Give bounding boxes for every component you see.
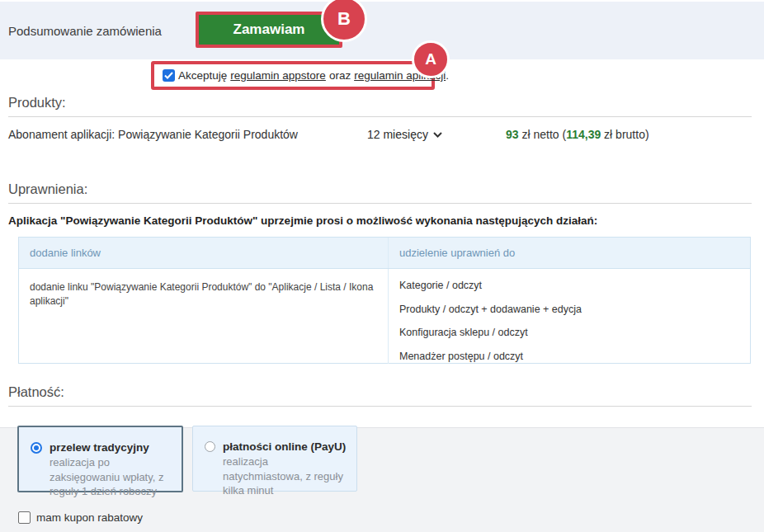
price-net-label: zł netto ( xyxy=(519,128,567,141)
permissions-heading: Uprawnienia: xyxy=(8,181,752,204)
grant-item: Konfiguracja sklepu / odczyt xyxy=(399,327,739,338)
payment-option-bank-transfer[interactable]: przelew tradycyjny realizacja po zaksięg… xyxy=(17,426,183,492)
payment-option-description: realizacja natychmiastowa, z reguły kilk… xyxy=(223,454,347,498)
annotation-box-a: Akceptuję regulamin appstore oraz regula… xyxy=(151,61,435,90)
links-cell: dodanie linku "Powiązywanie Kategorii Pr… xyxy=(19,269,389,364)
payment-option-online-payu[interactable]: płatności online (PayU) realizacja natyc… xyxy=(192,426,357,492)
permissions-table-header: dodanie linków udzielenie uprawnień do xyxy=(19,238,750,269)
chevron-down-icon xyxy=(433,132,442,138)
terms-text-conjunction: oraz xyxy=(329,69,351,82)
column-header-links: dodanie linków xyxy=(19,238,389,268)
payment-option-title: płatności online (PayU) xyxy=(223,440,347,453)
grant-item: Kategorie / odczyt xyxy=(399,280,739,291)
terms-checkbox[interactable] xyxy=(163,69,175,82)
appstore-terms-link[interactable]: regulamin appstore xyxy=(230,69,326,82)
terms-text-prefix: Akceptuję xyxy=(178,69,227,82)
payment-heading: Płatność: xyxy=(8,384,752,407)
permissions-table: dodanie linków udzielenie uprawnień do d… xyxy=(18,237,751,364)
product-name: Abonament aplikacji: Powiązywanie Katego… xyxy=(8,128,298,141)
permissions-description: Aplikacja "Powiązywanie Kategorii Produk… xyxy=(8,214,752,227)
terms-text-suffix: . xyxy=(446,69,449,82)
topbar: Podsumowanie zamówienia xyxy=(0,2,764,59)
price-gross-amount: 114,39 xyxy=(566,128,601,141)
payment-option-title: przelew tradycyjny xyxy=(50,441,173,454)
coupon-label: mam kupon rabatowy xyxy=(36,511,143,524)
order-button[interactable]: Zamawiam xyxy=(199,15,339,45)
annotation-marker-a: A xyxy=(412,40,450,78)
subscription-duration-select[interactable]: 12 miesięcy xyxy=(367,128,442,141)
page-title: Podsumowanie zamówienia xyxy=(8,24,162,38)
coupon-row: mam kupon rabatowy xyxy=(18,511,143,524)
coupon-checkbox[interactable] xyxy=(18,511,31,524)
grants-cell: Kategorie / odczyt Produkty / odczyt + d… xyxy=(389,269,750,364)
price-gross-label: zł brutto) xyxy=(601,128,648,141)
grant-item: Menadżer postępu / odczyt xyxy=(399,351,739,362)
annotation-letter-a: A xyxy=(425,50,436,68)
subscription-duration-value: 12 miesięcy xyxy=(367,128,428,141)
payment-option-description: realizacja po zaksięgowaniu wpłaty, z re… xyxy=(50,455,173,499)
product-price: 93 zł netto (114,39 zł brutto) xyxy=(506,128,649,141)
terms-acceptance-row: Akceptuję regulamin appstore oraz regula… xyxy=(163,69,449,82)
grant-item: Produkty / odczyt + dodawanie + edycja xyxy=(399,304,739,315)
annotation-letter-b: B xyxy=(337,8,351,30)
column-header-grants: udzielenie uprawnień do xyxy=(389,238,750,268)
order-summary-page: Podsumowanie zamówienia Zamawiam B Akcep… xyxy=(0,0,764,532)
radio-selected-icon[interactable] xyxy=(31,442,42,454)
radio-unselected-icon[interactable] xyxy=(205,441,215,452)
check-icon xyxy=(164,72,173,79)
permissions-table-body: dodanie linku "Powiązywanie Kategorii Pr… xyxy=(19,269,750,364)
price-net-amount: 93 xyxy=(506,128,519,141)
products-heading: Produkty: xyxy=(8,95,752,117)
product-row: Abonament aplikacji: Powiązywanie Katego… xyxy=(0,126,764,143)
